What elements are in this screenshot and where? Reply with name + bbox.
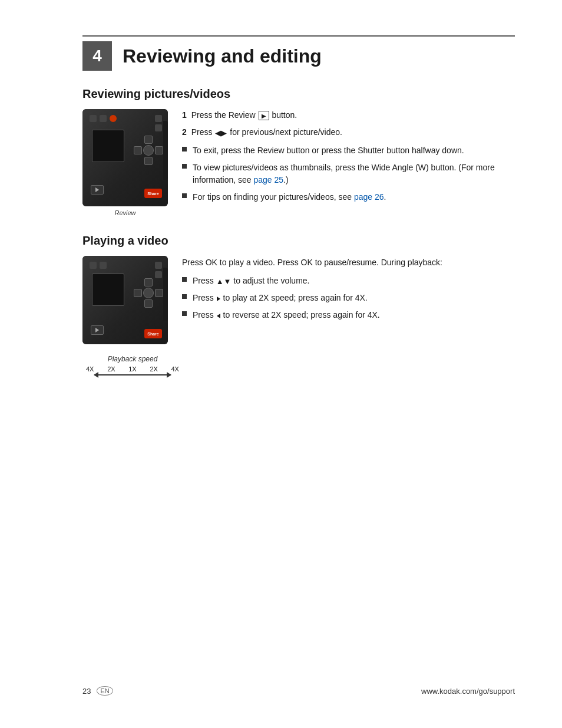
cam2-dpad-right — [155, 289, 163, 297]
cam-share-button: Share — [144, 189, 162, 198]
right-arrow-icon — [217, 297, 220, 301]
step-2-text-before: Press — [191, 127, 215, 137]
playing-bullet-sq-1 — [182, 277, 187, 282]
playback-arrow-row — [82, 374, 183, 375]
playing-bullet-3-text: Press to reverse at 2X speed; press agai… — [193, 309, 380, 321]
cam2-dpad-up — [144, 278, 153, 286]
cam-review-button — [91, 185, 104, 195]
reviewing-steps-col: 1 Press the Review ▶ button. 2 Press ◀▶ … — [182, 109, 515, 216]
pb-scale-1x: 1X — [128, 365, 136, 373]
playing-bullet-2-text: Press to play at 2X speed; press again f… — [193, 292, 368, 304]
chapter-header: 4 Reviewing and editing — [82, 35, 515, 71]
camera-body: Share — [82, 109, 168, 206]
page-number: 23 — [82, 687, 91, 696]
cam-btn-1 — [90, 115, 97, 122]
bullet-3: For tips on finding your pictures/videos… — [182, 191, 515, 203]
cam-grip — [163, 121, 168, 180]
playback-diagram-label: Playback speed — [82, 355, 183, 363]
page25-link[interactable]: page 25 — [254, 175, 284, 185]
cam2-screen — [92, 274, 124, 306]
cam2-grip — [163, 268, 168, 321]
step-1-text-before: Press the Review — [191, 110, 258, 120]
page: 4 Reviewing and editing Reviewing pictur… — [0, 0, 562, 728]
left-arrow-icon — [217, 314, 220, 318]
cam2-dpad — [134, 278, 163, 308]
cam2-play-icon — [95, 328, 99, 332]
playback-arrow-right — [167, 372, 171, 378]
cam2-dpad-center — [143, 288, 154, 298]
pb-scale-4x-left: 4X — [86, 365, 94, 373]
bullet-1-text: To exit, press the Review button or pres… — [193, 144, 464, 157]
playback-arrow-left — [94, 372, 98, 378]
review-play-icon: ▶ — [259, 111, 269, 120]
step-2: 2 Press ◀▶ for previous/next picture/vid… — [182, 126, 515, 139]
camera-image-playing: Share — [82, 256, 168, 344]
playing-bullets: Press ▲▼ to adjust the volume. Press to … — [182, 275, 515, 321]
camera-image-col-2: Share Playback speed 4X 2X 1X 2X 4X — [82, 256, 168, 375]
page-footer: 23 EN www.kodak.com/go/support — [82, 686, 515, 696]
chapter-number: 4 — [82, 41, 112, 71]
step-2-num: 2 — [182, 127, 187, 137]
playing-bullet-3: Press to reverse at 2X speed; press agai… — [182, 309, 515, 321]
cam-dpad — [134, 136, 163, 165]
cam-dpad-center — [143, 145, 154, 156]
playing-bullet-1-text: Press ▲▼ to adjust the volume. — [193, 275, 310, 287]
pb-scale-4x-right: 4X — [171, 365, 179, 373]
bullet-2: To view pictures/videos as thumbnails, p… — [182, 162, 515, 186]
cam2-review-button — [91, 325, 104, 335]
playing-intro: Press OK to play a video. Press OK to pa… — [182, 256, 515, 269]
cam2-share-button: Share — [144, 329, 162, 338]
cam2-btn2 — [100, 262, 107, 269]
en-badge: EN — [97, 686, 113, 696]
cam-flash-btn — [110, 115, 117, 122]
page26-link[interactable]: page 26 — [354, 192, 384, 202]
playing-content: Share Playback speed 4X 2X 1X 2X 4X — [82, 256, 515, 375]
cam-play-icon — [95, 187, 99, 192]
camera-review-label: Review — [82, 209, 168, 216]
step-2-text-after: for previous/next picture/video. — [230, 127, 342, 137]
cam-dpad-left — [134, 146, 142, 154]
up-down-arrow-icon: ▲▼ — [216, 276, 232, 288]
reviewing-bullets: To exit, press the Review button or pres… — [182, 144, 515, 203]
step-1: 1 Press the Review ▶ button. — [182, 109, 515, 121]
cam-btn-2 — [100, 115, 107, 122]
pb-scale-2x-right: 2X — [150, 365, 157, 373]
camera-image-col: Share Review — [82, 109, 168, 216]
steps-list: 1 Press the Review ▶ button. 2 Press ◀▶ … — [182, 109, 515, 139]
playback-arrow-line — [94, 374, 171, 375]
playing-bullet-1: Press ▲▼ to adjust the volume. — [182, 275, 515, 287]
cam-top-right-btn — [155, 115, 162, 122]
bullet-sq-3 — [182, 193, 187, 198]
cam-dpad-right — [155, 146, 163, 154]
cam-dpad-up — [144, 136, 153, 144]
reviewing-section-title: Reviewing pictures/videos — [82, 87, 515, 101]
cam2-top-right-btn — [155, 262, 162, 269]
step-1-text-after: button. — [272, 110, 297, 120]
bullet-sq-2 — [182, 164, 187, 169]
bullet-2-text: To view pictures/videos as thumbnails, p… — [193, 162, 515, 186]
cam2-dpad-left — [134, 289, 142, 297]
cam2-top-right-btn2 — [155, 271, 162, 278]
bullet-1: To exit, press the Review button or pres… — [182, 144, 515, 157]
step-1-num: 1 — [182, 110, 187, 120]
bullet-sq-1 — [182, 147, 187, 151]
cam2-dpad-down — [144, 299, 153, 308]
playing-info-col: Press OK to play a video. Press OK to pa… — [182, 256, 515, 375]
cam-top-right-btn2 — [155, 124, 162, 131]
playing-bullet-sq-2 — [182, 294, 187, 299]
pb-scale-2x-left: 2X — [107, 365, 115, 373]
left-right-arrow-icon: ◀▶ — [215, 127, 227, 139]
bullet-3-text: For tips on finding your pictures/videos… — [193, 191, 386, 203]
playing-bullet-2: Press to play at 2X speed; press again f… — [182, 292, 515, 304]
footer-left: 23 EN — [82, 686, 113, 696]
reviewing-content: Share Review 1 Press the Review ▶ button… — [82, 109, 515, 216]
playback-diagram: Playback speed 4X 2X 1X 2X 4X — [82, 355, 183, 375]
playing-section-title: Playing a video — [82, 234, 515, 248]
cam-screen — [92, 130, 124, 162]
chapter-title: Reviewing and editing — [123, 45, 322, 67]
camera-body-2: Share — [82, 256, 168, 344]
camera-image-review: Share — [82, 109, 168, 206]
playing-section: Playing a video — [82, 234, 515, 375]
playing-bullet-sq-3 — [182, 311, 187, 316]
cam2-info-btn — [90, 262, 97, 269]
